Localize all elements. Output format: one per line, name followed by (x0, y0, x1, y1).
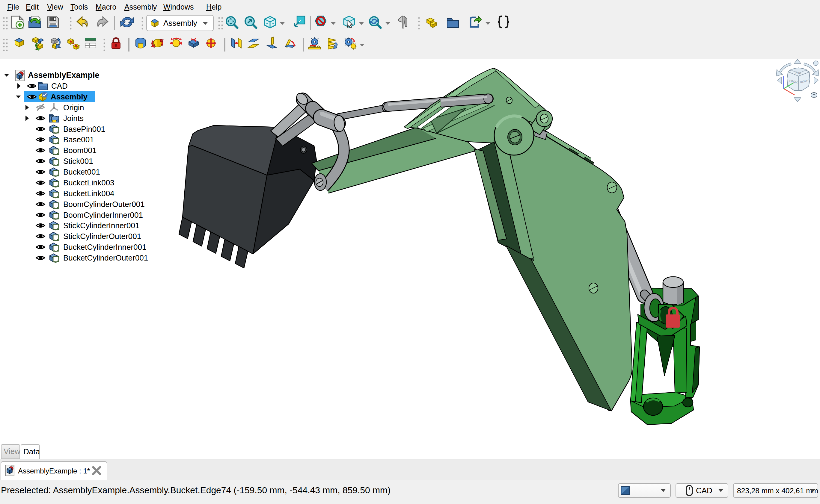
svg-text:BasePin001: BasePin001 (63, 125, 105, 134)
svg-text:BucketCylinderOuter001: BucketCylinderOuter001 (63, 253, 148, 262)
svg-text:Assembly: Assembly (163, 19, 197, 28)
svg-text:BoomCylinderOuter001: BoomCylinderOuter001 (63, 200, 145, 209)
svg-text:AssemblyExample: AssemblyExample (28, 71, 99, 80)
svg-text:AssemblyExample : 1*: AssemblyExample : 1* (18, 467, 90, 475)
svg-text:BucketCylinderInner001: BucketCylinderInner001 (63, 243, 146, 252)
svg-text:StickCylinderOuter001: StickCylinderOuter001 (63, 232, 141, 241)
svg-text:CAD: CAD (51, 81, 68, 90)
svg-text:Bucket001: Bucket001 (63, 167, 100, 176)
svg-text:Origin: Origin (63, 103, 84, 112)
svg-text:BoomCylinderInner001: BoomCylinderInner001 (63, 211, 143, 220)
svg-text:Base001: Base001 (63, 135, 94, 144)
svg-text:CAD: CAD (696, 486, 712, 495)
svg-text:Joints: Joints (63, 114, 84, 123)
svg-text:Assembly: Assembly (51, 92, 87, 101)
svg-text:Boom001: Boom001 (63, 146, 96, 155)
svg-text:823,28 mm x 402,61 mm: 823,28 mm x 402,61 mm (737, 487, 818, 495)
svg-text:StickCylinderInner001: StickCylinderInner001 (63, 221, 139, 230)
svg-text:Stick001: Stick001 (63, 157, 93, 166)
svg-text:BucketLink004: BucketLink004 (63, 189, 114, 198)
svg-text:BucketLink003: BucketLink003 (63, 178, 114, 187)
